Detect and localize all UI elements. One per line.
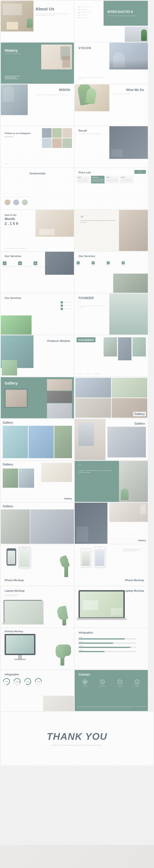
plant-image <box>141 29 147 41</box>
slide-thankyou: THANK YOU Design is more important than … <box>1 712 153 766</box>
